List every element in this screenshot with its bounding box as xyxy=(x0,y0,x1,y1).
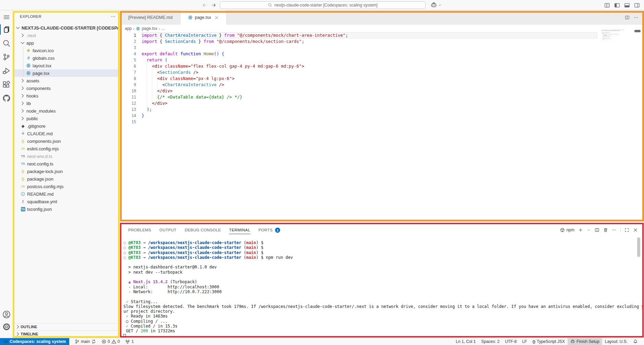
keyboard-layout[interactable]: Layout: U.S. xyxy=(602,338,630,345)
activity-item-github[interactable] xyxy=(0,91,13,105)
explorer-more-actions-icon[interactable] xyxy=(111,14,116,19)
tree-item-.next[interactable]: .next xyxy=(13,32,120,39)
outline-section[interactable]: OUTLINE xyxy=(13,323,120,330)
panel-tab-ports[interactable]: PORTS1 xyxy=(259,225,280,235)
kill-terminal-icon[interactable] xyxy=(603,228,608,232)
tree-item-components.json[interactable]: {}components.json xyxy=(13,137,120,145)
tree-item-page.tsx[interactable]: page.tsx xyxy=(13,69,120,77)
terminal-scrollbar-thumb[interactable] xyxy=(637,238,640,257)
panel-tab-terminal[interactable]: TERMINAL xyxy=(229,225,250,235)
toggle-primary-sidebar-icon[interactable] xyxy=(614,2,620,8)
back-icon[interactable] xyxy=(202,2,207,8)
eol-sequence[interactable]: LF xyxy=(520,338,530,345)
activity-bar xyxy=(0,10,13,338)
editor-tab--preview-readme.md[interactable]: [Preview] README.md xyxy=(121,10,180,25)
panel-tab-problems[interactable]: PROBLEMS xyxy=(128,225,151,235)
breadcrumb-item-symbol[interactable]: ... xyxy=(162,26,165,31)
tree-item-app[interactable]: app xyxy=(13,39,120,47)
layout-controls xyxy=(604,0,640,10)
panel-toolbar: npm xyxy=(560,228,644,232)
activity-item-extensions[interactable] xyxy=(0,78,13,91)
tree-item-next.config.ts[interactable]: TSnext.config.ts xyxy=(13,160,120,168)
notifications[interactable] xyxy=(630,338,641,345)
tree-item-layout.tsx[interactable]: layout.tsx xyxy=(13,62,120,69)
file-icon-react xyxy=(25,70,32,76)
tree-item-.gitignore[interactable]: ◆.gitignore xyxy=(13,122,120,130)
tree-item-components[interactable]: components xyxy=(13,84,120,92)
tree-item-README.md[interactable]: README.md xyxy=(13,190,120,198)
terminal-more-actions-icon[interactable] xyxy=(612,228,617,232)
tree-item-lib[interactable]: lib xyxy=(13,100,120,107)
mdarrow-icon xyxy=(21,131,25,136)
terminal-line: ○ @KT83 → /workspaces/nextjs-claude-code… xyxy=(123,255,643,260)
tree-item-assets[interactable]: assets xyxy=(13,77,120,84)
tree-item-hooks[interactable]: hooks xyxy=(13,92,120,100)
editor-scrollbar-thumb[interactable] xyxy=(634,30,641,32)
panel-tab-debug-console[interactable]: DEBUG CONSOLE xyxy=(185,225,221,235)
copilot-menu[interactable] xyxy=(430,2,442,9)
explorer-sidebar: EXPLORER NEXTJS-CLAUDE-CODE-STARTER [COD… xyxy=(13,10,121,338)
ports-indicator[interactable]: 1 xyxy=(122,338,136,345)
activity-item-settings[interactable] xyxy=(0,320,13,334)
code-line-10: 10 </div> xyxy=(121,88,597,94)
activity-item-search[interactable] xyxy=(0,36,13,50)
close-panel-icon[interactable] xyxy=(633,228,638,232)
minimap[interactable]: import { ChartAreaInteractive } from "@/… xyxy=(601,30,639,47)
code-line-13: 13 ); xyxy=(121,106,597,113)
tree-item-node_modules[interactable]: node_modules xyxy=(13,107,120,115)
tree-item-squadbase.yml[interactable]: !squadbase.yml xyxy=(13,198,120,205)
activity-item-source-control[interactable] xyxy=(0,50,13,64)
breadcrumb-item-app[interactable]: app xyxy=(125,26,132,31)
close-tab-icon[interactable] xyxy=(214,15,219,20)
activity-item-run-and-debug[interactable] xyxy=(0,64,13,78)
tree-item-root[interactable]: NEXTJS-CLAUDE-CODE-STARTER [CODESPACE... xyxy=(13,24,120,32)
tree-item-favicon.ico[interactable]: ★favicon.ico xyxy=(13,47,120,54)
forward-icon[interactable] xyxy=(211,2,216,8)
file-label: .gitignore xyxy=(27,124,45,129)
panel-tab-output[interactable]: OUTPUT xyxy=(159,225,177,235)
activity-item-accounts[interactable] xyxy=(0,309,13,320)
indentation[interactable]: Spaces: 2 xyxy=(478,338,502,345)
activity-item-menu[interactable] xyxy=(0,12,13,23)
timeline-section[interactable]: TIMELINE xyxy=(13,330,120,337)
breadcrumb-item-file[interactable]: page.tsx xyxy=(142,26,157,31)
toggle-secondary-sidebar-icon[interactable] xyxy=(634,2,640,8)
toggle-panel-icon[interactable] xyxy=(624,2,630,8)
tree-item-public[interactable]: public xyxy=(13,115,120,122)
file-icon-js: JS xyxy=(20,146,26,151)
encoding[interactable]: UTF-8 xyxy=(502,338,520,345)
tree-item-next-env.d.ts[interactable]: TSnext-env.d.ts xyxy=(13,152,120,160)
command-center-search[interactable]: nextjs-claude-code-starter [Codespaces: … xyxy=(220,1,426,9)
activity-item-explorer[interactable] xyxy=(0,23,13,36)
terminal[interactable]: ○ @KT83 → /workspaces/nextjs-claude-code… xyxy=(123,240,643,338)
code-line-9: 9 <ChartAreaInteractive /> xyxy=(121,82,597,88)
cursor-position[interactable]: Ln 1, Col 1 xyxy=(453,338,478,345)
split-editor-icon[interactable] xyxy=(625,15,630,20)
launch-profile-icon[interactable] xyxy=(587,228,591,232)
tree-item-package-lock.json[interactable]: {}package-lock.json xyxy=(13,168,120,175)
language-mode[interactable]: {} TypeScript JSX xyxy=(530,338,568,345)
customize-layout-icon[interactable] xyxy=(604,2,610,8)
maximize-panel-icon[interactable] xyxy=(624,228,629,232)
remote-indicator[interactable]: Codespaces: scaling system xyxy=(0,338,69,345)
accounts-icon xyxy=(2,310,11,319)
finish-setup-button[interactable]: Finish Setup xyxy=(568,338,602,345)
tree-item-CLAUDE.md[interactable]: CLAUDE.md xyxy=(13,130,120,137)
tree-item-globals.css[interactable]: #globals.css xyxy=(13,54,120,62)
editor-tab-page.tsx[interactable]: page.tsx xyxy=(180,10,227,25)
problems-indicator[interactable]: 0 0 xyxy=(99,338,122,345)
terminal-instance-label: npm xyxy=(567,228,574,232)
tree-item-tsconfig.json[interactable]: TStsconfig.json xyxy=(13,205,120,213)
branch-indicator[interactable]: main xyxy=(72,338,99,345)
split-terminal-icon[interactable] xyxy=(595,228,599,232)
tree-item-eslint.config.mjs[interactable]: JSeslint.config.mjs xyxy=(13,145,120,152)
tree-item-postcss.config.mjs[interactable]: JSpostcss.config.mjs xyxy=(13,183,120,190)
code-editor[interactable]: 1import { ChartAreaInteractive } from "@… xyxy=(121,32,597,125)
tree-item-package.json[interactable]: {}package.json xyxy=(13,175,120,183)
file-icon-ts: TS xyxy=(20,161,26,166)
file-icon-tsbox: TS xyxy=(20,206,26,212)
new-terminal-icon[interactable] xyxy=(578,228,583,232)
editor-more-actions-icon[interactable] xyxy=(634,15,639,20)
terminal-instance[interactable]: npm xyxy=(560,228,574,232)
terminal-line: ✓ Compiled / in 15.3s xyxy=(123,324,643,329)
